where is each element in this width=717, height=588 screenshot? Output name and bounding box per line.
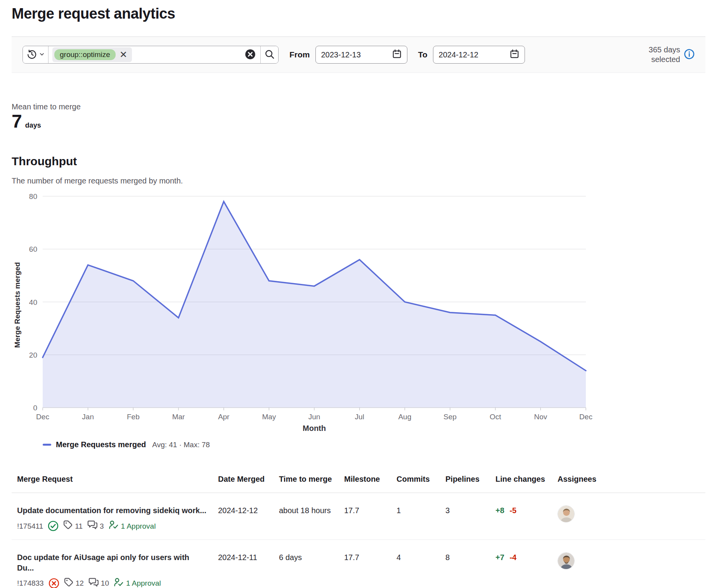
token-close-icon[interactable]: ✕	[119, 50, 128, 59]
svg-text:Oct: Oct	[490, 413, 501, 421]
assignee-avatar[interactable]	[558, 505, 575, 522]
search-button[interactable]	[260, 46, 278, 63]
chart-y-axis-label: Merge Requests merged	[13, 262, 22, 348]
throughput-chart: Merge Requests merged 020406080DecJanFeb…	[12, 192, 705, 449]
commits-cell: 4	[391, 540, 440, 588]
svg-text:Dec: Dec	[36, 413, 49, 421]
additions: +7	[495, 553, 504, 562]
svg-text:Jan: Jan	[82, 413, 94, 421]
calendar-icon	[510, 49, 519, 61]
approval-check-icon	[109, 520, 119, 533]
pipelines-cell: 3	[440, 493, 490, 540]
milestone-cell: 17.7	[339, 493, 391, 540]
svg-text:0: 0	[33, 404, 37, 412]
to-date-input[interactable]: 2024-12-12	[433, 46, 525, 64]
col-header-date-merged: Date Merged	[213, 472, 274, 493]
pipelines-cell: 8	[440, 540, 490, 588]
svg-text:Mar: Mar	[172, 413, 185, 421]
stat-label: Mean time to merge	[12, 102, 705, 111]
table-row: Doc update for AiUsage api only for user…	[12, 540, 705, 588]
days-selected-text: 365 days selected	[635, 45, 680, 64]
search-input[interactable]: group::optimize ✕	[48, 46, 243, 63]
throughput-chart-svg: 020406080DecJanFebMarAprMayJunJulAugSepO…	[12, 192, 594, 435]
time-to-merge-cell: about 18 hours	[274, 493, 339, 540]
svg-text:Jun: Jun	[308, 413, 320, 421]
deletions: -5	[509, 506, 516, 515]
approvals-link[interactable]: 1 Approval	[114, 577, 161, 588]
search-history-button[interactable]	[23, 46, 48, 63]
svg-text:Jul: Jul	[355, 413, 364, 421]
chevron-down-icon	[39, 52, 45, 58]
comments-count: 10	[88, 577, 109, 588]
col-header-merge-request: Merge Request	[12, 472, 213, 493]
svg-text:80: 80	[29, 192, 37, 201]
stat-value: 7	[12, 112, 22, 131]
from-label: From	[289, 50, 310, 59]
clear-circle-icon	[245, 49, 256, 61]
col-header-assignees: Assignees	[552, 472, 705, 493]
clear-search-button[interactable]	[243, 46, 260, 63]
svg-text:Dec: Dec	[579, 413, 592, 421]
labels-count: 11	[63, 520, 83, 532]
col-header-line-changes: Line changes	[490, 472, 552, 493]
calendar-icon	[392, 49, 402, 61]
comments-icon	[88, 577, 99, 588]
label-tag-icon	[63, 520, 73, 532]
legend-label: Merge Requests merged	[56, 440, 146, 449]
throughput-heading: Throughput	[12, 155, 705, 168]
closed-status-icon	[48, 578, 59, 588]
svg-text:Nov: Nov	[534, 413, 547, 421]
svg-text:Feb: Feb	[127, 413, 140, 421]
time-to-merge-cell: 6 days	[274, 540, 339, 588]
mean-time-to-merge-stat: Mean time to merge 7 days	[12, 102, 705, 131]
history-icon	[27, 49, 37, 61]
comments-count: 3	[87, 520, 104, 533]
approval-check-icon	[114, 577, 124, 588]
col-header-commits: Commits	[391, 472, 440, 493]
svg-text:Month: Month	[303, 424, 326, 432]
approvals-link[interactable]: 1 Approval	[109, 520, 156, 533]
svg-text:20: 20	[29, 351, 37, 359]
date-merged-cell: 2024-12-12	[213, 493, 274, 540]
svg-text:40: 40	[29, 298, 37, 306]
line-changes-cell: +8 -5	[490, 493, 552, 540]
col-header-time-to-merge: Time to merge	[274, 472, 339, 493]
label-tag-icon	[64, 578, 73, 588]
merge-request-table: Merge Request Date Merged Time to merge …	[12, 472, 705, 588]
throughput-description: The number of merge requests merged by m…	[12, 176, 705, 185]
chart-legend: Merge Requests merged Avg: 41 · Max: 78	[43, 440, 705, 449]
date-merged-cell: 2024-12-11	[213, 540, 274, 588]
svg-text:Aug: Aug	[398, 413, 411, 421]
labels-count: 12	[64, 578, 84, 588]
svg-text:60: 60	[29, 245, 37, 253]
svg-text:May: May	[262, 413, 276, 421]
search-icon	[265, 49, 275, 61]
filter-bar: group::optimize ✕ From 2023-12-13	[12, 36, 705, 73]
page-title: Merge request analytics	[12, 0, 705, 22]
svg-text:Apr: Apr	[218, 413, 230, 421]
comments-icon	[87, 520, 97, 533]
table-row: Update documentation for removing sideki…	[12, 493, 705, 540]
to-label: To	[418, 50, 428, 59]
svg-text:Sep: Sep	[443, 413, 457, 421]
merge-request-title-link[interactable]: Update documentation for removing sideki…	[17, 505, 207, 516]
assignee-avatar[interactable]	[558, 552, 575, 569]
milestone-cell: 17.7	[339, 540, 391, 588]
col-header-pipelines: Pipelines	[440, 472, 490, 493]
merge-request-id: !174833	[17, 578, 44, 588]
commits-cell: 1	[391, 493, 440, 540]
merged-status-icon	[48, 521, 59, 531]
from-date-input[interactable]: 2023-12-13	[315, 46, 407, 64]
filter-token[interactable]: group::optimize ✕	[52, 47, 132, 62]
merge-request-id: !175411	[17, 521, 43, 531]
line-changes-cell: +7 -4	[490, 540, 552, 588]
from-date-value: 2023-12-13	[321, 50, 392, 59]
info-icon[interactable]	[684, 49, 694, 61]
deletions: -4	[509, 553, 516, 562]
legend-stats: Avg: 41 · Max: 78	[152, 441, 210, 449]
filter-token-label: group::optimize	[54, 49, 116, 61]
filtered-search: group::optimize ✕	[23, 46, 279, 64]
merge-request-title-link[interactable]: Doc update for AiUsage api only for user…	[17, 552, 207, 573]
col-header-milestone: Milestone	[339, 472, 391, 493]
stat-unit: days	[25, 121, 41, 130]
